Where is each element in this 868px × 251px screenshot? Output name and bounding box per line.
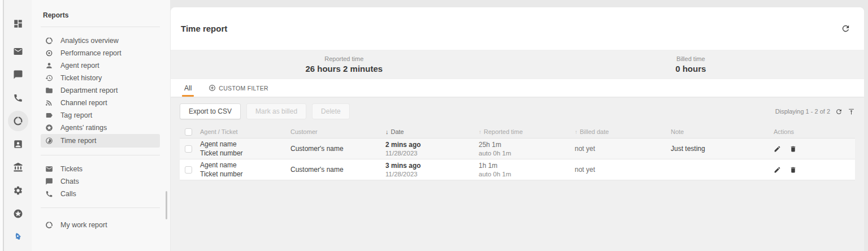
stars-icon[interactable] bbox=[8, 204, 28, 224]
phone-icon[interactable] bbox=[8, 88, 28, 108]
ticket-number: Ticket number bbox=[200, 149, 290, 157]
displaying-count: Displaying 1 - 2 of 2 bbox=[775, 108, 830, 115]
sidebar-item-label: Agent report bbox=[60, 62, 99, 70]
column-billed-date[interactable]: ↑ Billed date bbox=[575, 128, 671, 135]
edit-icon[interactable] bbox=[774, 145, 781, 153]
sidebar-item-label: Department report bbox=[60, 86, 118, 94]
edit-icon[interactable] bbox=[774, 166, 781, 174]
sidebar-item-label: Time report bbox=[60, 137, 96, 145]
performance-icon bbox=[45, 49, 53, 57]
sidebar-item-label: Tickets bbox=[60, 165, 83, 173]
sidebar-item-ticket-history[interactable]: Ticket history bbox=[41, 72, 160, 84]
table-row[interactable]: Agent name Ticket number Customer's name… bbox=[180, 139, 855, 159]
sidebar-item-my-work-report[interactable]: My work report bbox=[41, 219, 160, 231]
sidebar-item-time-report[interactable]: Time report bbox=[41, 134, 160, 148]
person-icon bbox=[45, 62, 53, 70]
tab-all[interactable]: All bbox=[182, 79, 194, 97]
column-note[interactable]: Note bbox=[671, 128, 767, 135]
rocket-icon[interactable] bbox=[8, 227, 28, 247]
rss-icon bbox=[45, 99, 53, 107]
row-checkbox[interactable] bbox=[185, 166, 192, 174]
trash-icon[interactable] bbox=[789, 145, 797, 153]
dashboard-icon[interactable] bbox=[8, 14, 28, 34]
sidebar-item-performance-report[interactable]: Performance report bbox=[41, 47, 160, 59]
row-checkbox[interactable] bbox=[185, 145, 192, 153]
window-edge bbox=[0, 0, 4, 251]
sidebar-item-chats[interactable]: Chats bbox=[41, 175, 160, 188]
sidebar-item-label: Channel report bbox=[60, 99, 107, 107]
column-customer[interactable]: Customer bbox=[290, 128, 385, 135]
reported-time-cell: 25h 1m auto 0h 1m bbox=[479, 141, 575, 157]
reported-time-cell: 1h 1m auto 0h 1m bbox=[479, 162, 575, 178]
select-all-checkbox[interactable] bbox=[185, 128, 192, 136]
toolbar: Export to CSV Mark as billed Delete Disp… bbox=[180, 103, 855, 119]
column-agent-ticket[interactable]: Agent / Ticket bbox=[200, 128, 290, 135]
trash-icon[interactable] bbox=[789, 166, 797, 174]
billed-date-cell: not yet bbox=[575, 166, 671, 174]
app-window: Reports Analytics overview Performance r… bbox=[0, 0, 868, 251]
stars-icon bbox=[45, 124, 53, 132]
divider bbox=[41, 155, 160, 155]
refresh-icon[interactable] bbox=[841, 24, 850, 33]
mark-as-billed-button[interactable]: Mark as billed bbox=[246, 103, 306, 119]
billed-date-cell: not yet bbox=[575, 145, 671, 153]
stat-billed-time: Billed time 0 hours bbox=[518, 50, 865, 79]
table-row[interactable]: Agent name Ticket number Customer's name… bbox=[180, 159, 855, 180]
refresh-list-icon[interactable] bbox=[835, 108, 843, 115]
agent-name: Agent name bbox=[200, 140, 290, 148]
date-cell: 2 mins ago 11/28/2023 bbox=[385, 141, 479, 157]
sidebar-item-label: Chats bbox=[60, 178, 79, 185]
filter-tabbar: All CUSTOM FILTER bbox=[171, 79, 864, 97]
bank-icon[interactable] bbox=[8, 157, 28, 178]
chat-icon bbox=[45, 178, 53, 185]
tab-label: All bbox=[184, 84, 192, 92]
gear-icon[interactable] bbox=[8, 180, 28, 201]
folder-icon bbox=[45, 86, 53, 94]
tag-icon bbox=[45, 111, 53, 119]
sidebar-item-label: Performance report bbox=[60, 49, 121, 57]
delete-button[interactable]: Delete bbox=[312, 103, 350, 119]
report-content: Export to CSV Mark as billed Delete Disp… bbox=[171, 97, 864, 251]
actions-cell bbox=[767, 145, 855, 153]
table-header-row: Agent / Ticket Customer ↓ Date ↑ Reporte… bbox=[180, 126, 855, 139]
sidebar-item-label: My work report bbox=[60, 221, 107, 229]
sidebar-item-agents-ratings[interactable]: Agents' ratings bbox=[41, 122, 160, 134]
reports-icon[interactable] bbox=[8, 111, 28, 131]
customer-cell: Customer's name bbox=[290, 166, 385, 174]
analytics-icon bbox=[45, 221, 53, 229]
page-title: Time report bbox=[181, 24, 227, 33]
toolbar-right: Displaying 1 - 2 of 2 bbox=[775, 108, 855, 115]
sidebar-item-tag-report[interactable]: Tag report bbox=[41, 109, 160, 122]
column-reported-time[interactable]: ↑ Reported time bbox=[479, 128, 575, 135]
divider bbox=[41, 207, 160, 208]
tab-custom-filter[interactable]: CUSTOM FILTER bbox=[209, 79, 268, 97]
reported-time: 1h 1m bbox=[479, 162, 575, 170]
sidebar-item-analytics-overview[interactable]: Analytics overview bbox=[41, 34, 160, 47]
export-csv-button[interactable]: Export to CSV bbox=[180, 103, 241, 119]
sidebar-item-agent-report[interactable]: Agent report bbox=[41, 59, 160, 72]
stat-reported-time: Reported time 26 hours 2 minutes bbox=[171, 50, 518, 79]
stat-label: Reported time bbox=[324, 55, 363, 62]
sidebar-scrollbar[interactable] bbox=[166, 191, 167, 219]
sort-asc-icon: ↑ bbox=[479, 129, 481, 135]
phone-icon bbox=[45, 190, 53, 198]
analytics-icon bbox=[45, 37, 53, 45]
scroll-to-top-icon[interactable] bbox=[848, 108, 855, 115]
contacts-icon[interactable] bbox=[8, 134, 28, 154]
column-date[interactable]: ↓ Date bbox=[385, 128, 479, 135]
reported-time-auto: auto 0h 1m bbox=[479, 171, 575, 178]
tab-label: CUSTOM FILTER bbox=[219, 85, 268, 92]
divider bbox=[41, 27, 160, 27]
time-report-card: Time report Reported time 26 hours 2 min… bbox=[171, 7, 864, 251]
mail-icon[interactable] bbox=[8, 41, 28, 62]
sidebar-item-department-report[interactable]: Department report bbox=[41, 84, 160, 97]
sidebar-item-label: Ticket history bbox=[60, 74, 102, 82]
chat-icon[interactable] bbox=[8, 64, 28, 85]
sidebar-item-calls[interactable]: Calls bbox=[41, 188, 160, 200]
sidebar-item-tickets[interactable]: Tickets bbox=[41, 163, 160, 175]
date-relative: 3 mins ago bbox=[385, 162, 479, 170]
reports-sidebar: Reports Analytics overview Performance r… bbox=[32, 0, 170, 251]
date-absolute: 11/28/2023 bbox=[385, 150, 479, 157]
sidebar-item-channel-report[interactable]: Channel report bbox=[41, 97, 160, 109]
time-report-table: Agent / Ticket Customer ↓ Date ↑ Reporte… bbox=[180, 126, 855, 180]
